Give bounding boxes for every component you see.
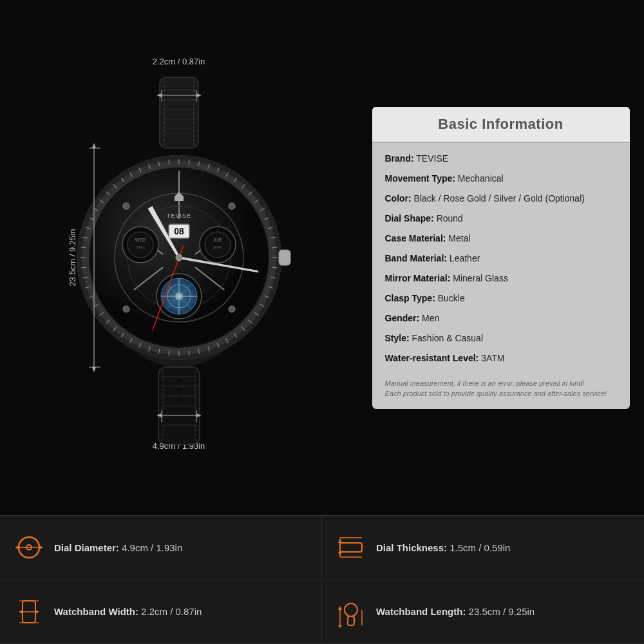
- footer-line1: Manual measurement, if there is an error…: [385, 378, 617, 389]
- svg-line-82: [169, 160, 169, 165]
- info-item-label: Color:: [385, 193, 412, 204]
- svg-point-117: [176, 254, 182, 261]
- info-list-item: Style: Fashion & Casual: [385, 332, 617, 345]
- svg-rect-142: [340, 543, 362, 552]
- svg-text:TEVISE: TEVISE: [166, 213, 191, 219]
- info-item-value: Metal: [448, 233, 470, 243]
- spec-text: Watchband Width: 2.2cm / 0.87in: [54, 606, 202, 617]
- info-item-value: Mechanical: [458, 173, 504, 184]
- svg-point-18: [177, 378, 181, 382]
- svg-marker-158: [338, 606, 342, 610]
- info-list-item: Case Material: Metal: [385, 232, 617, 245]
- info-item-label: Water-resistant Level:: [385, 353, 479, 363]
- info-list-item: Brand: TEVISE: [385, 152, 617, 166]
- info-list-item: Mirror Material: Mineral Glass: [385, 272, 617, 285]
- spec-item: Watchband Length: 23.5cm / 9.25in: [322, 580, 644, 645]
- svg-text:MAR: MAR: [213, 245, 222, 249]
- svg-line-24: [189, 160, 189, 165]
- svg-text:08: 08: [174, 226, 184, 236]
- info-item-label: Brand:: [385, 153, 414, 164]
- svg-point-154: [345, 603, 357, 616]
- dial-thickness-icon: [335, 531, 367, 564]
- svg-marker-159: [338, 625, 342, 628]
- svg-marker-153: [35, 610, 39, 614]
- svg-marker-141: [39, 545, 43, 549]
- spec-item: Watchband Width: 2.2cm / 0.87in: [0, 580, 322, 645]
- main-area: 2.2cm / 0.87in 23.5cm / 9.25in 4.9cm / 1…: [0, 0, 644, 515]
- info-item-value: Fashion & Casual: [412, 333, 484, 343]
- svg-rect-1: [160, 77, 198, 148]
- info-card-title: Basic Information: [385, 116, 617, 133]
- svg-text:JUE: JUE: [213, 238, 222, 242]
- info-item-label: Band Material:: [385, 253, 447, 263]
- svg-point-111: [178, 295, 180, 298]
- svg-rect-155: [348, 616, 354, 625]
- left-panel: 2.2cm / 0.87in 23.5cm / 9.25in 4.9cm / 1…: [0, 0, 357, 515]
- info-item-label: Case Material:: [385, 233, 446, 243]
- svg-point-20: [177, 397, 181, 401]
- info-item-label: Movement Type:: [385, 173, 455, 184]
- watchband-width-icon: [13, 596, 45, 628]
- svg-point-120: [123, 306, 129, 312]
- info-list-item: Dial Shape: Round: [385, 212, 617, 225]
- svg-marker-123: [156, 93, 162, 97]
- svg-marker-152: [19, 610, 23, 614]
- svg-line-54: [169, 350, 169, 355]
- spec-text: Dial Diameter: 4.9cm / 1.93in: [54, 542, 182, 553]
- svg-text:THU: THU: [136, 245, 144, 249]
- svg-rect-83: [279, 250, 290, 265]
- info-footer: Manual measurement, if there is an error…: [372, 372, 630, 399]
- info-list-item: Water-resistant Level: 3ATM: [385, 352, 617, 365]
- info-list-item: Movement Type: Mechanical: [385, 172, 617, 185]
- footer-line2: Each product sold to provide quality ass…: [385, 388, 617, 399]
- svg-point-94: [128, 232, 153, 258]
- info-card: Basic Information Brand: TEVISEMovement …: [372, 107, 630, 409]
- watch-illustration: WED THU JUE MAR 08: [57, 58, 301, 457]
- svg-line-69: [80, 247, 86, 248]
- info-list-item: Color: Black / Rose Gold / Silver / Gold…: [385, 192, 617, 205]
- svg-marker-128: [92, 143, 96, 148]
- spec-label: Watchband Width:: [54, 606, 138, 617]
- info-item-value: Black / Rose Gold / Silver / Gold (Optio…: [414, 193, 585, 204]
- info-list-item: Gender: Men: [385, 312, 617, 325]
- watch-container: 2.2cm / 0.87in 23.5cm / 9.25in 4.9cm / 1…: [44, 39, 314, 477]
- svg-line-39: [272, 267, 277, 268]
- svg-text:WED: WED: [135, 238, 145, 242]
- info-item-value: 3ATM: [481, 353, 504, 363]
- svg-line-37: [272, 247, 277, 248]
- svg-point-119: [229, 203, 235, 209]
- info-item-label: Dial Shape:: [385, 213, 434, 223]
- svg-point-121: [229, 306, 235, 312]
- bottom-bar: Dial Diameter: 4.9cm / 1.93in Dial Thick…: [0, 515, 644, 644]
- info-card-header: Basic Information: [372, 107, 630, 143]
- svg-point-118: [123, 203, 129, 209]
- right-panel: Basic Information Brand: TEVISEMovement …: [357, 0, 644, 515]
- info-item-value: TEVISE: [416, 153, 448, 164]
- spec-label: Dial Thickness:: [376, 542, 447, 553]
- info-list: Brand: TEVISEMovement Type: MechanicalCo…: [372, 152, 630, 365]
- svg-line-52: [189, 350, 189, 355]
- svg-marker-129: [92, 367, 96, 372]
- info-item-label: Gender:: [385, 313, 420, 323]
- spec-text: Dial Thickness: 1.5cm / 0.59in: [376, 542, 510, 553]
- watchband-length-icon: [335, 596, 367, 628]
- spec-item: Dial Diameter: 4.9cm / 1.93in: [0, 516, 322, 580]
- info-item-value: Round: [437, 213, 463, 223]
- info-item-label: Style:: [385, 333, 410, 343]
- spec-item: Dial Thickness: 1.5cm / 0.59in: [322, 516, 644, 580]
- info-item-value: Mineral Glass: [453, 273, 508, 283]
- dial-diameter-icon: [13, 531, 45, 564]
- svg-marker-124: [196, 93, 202, 97]
- info-item-value: Leather: [450, 253, 480, 263]
- svg-line-67: [80, 267, 86, 268]
- info-item-value: Buckle: [438, 293, 465, 303]
- spec-label: Dial Diameter:: [54, 542, 119, 553]
- svg-point-19: [177, 388, 181, 392]
- info-item-label: Mirror Material:: [385, 273, 451, 283]
- spec-label: Watchband Length:: [376, 606, 466, 617]
- svg-point-98: [205, 232, 231, 258]
- svg-marker-140: [15, 545, 19, 549]
- info-item-label: Clasp Type:: [385, 293, 435, 303]
- info-list-item: Clasp Type: Buckle: [385, 292, 617, 305]
- spec-text: Watchband Length: 23.5cm / 9.25in: [376, 606, 535, 617]
